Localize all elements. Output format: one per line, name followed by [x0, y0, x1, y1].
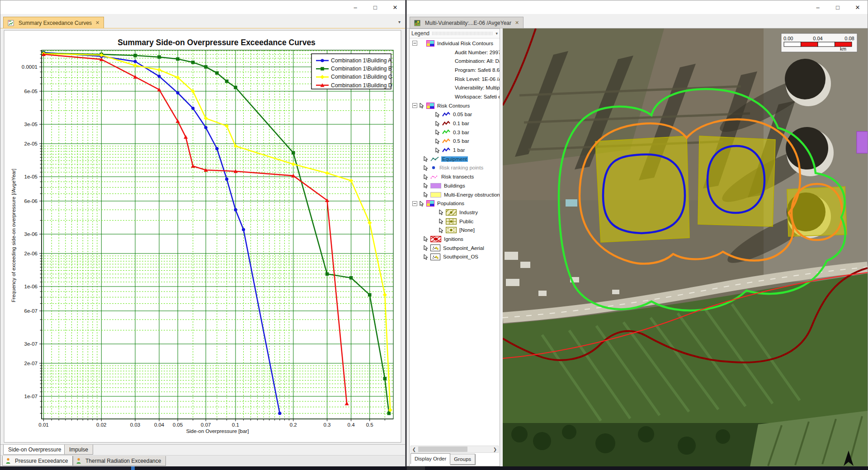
- legend-row-label: Vulnerability: Multiple: [454, 85, 500, 90]
- none-icon: [446, 227, 457, 233]
- scroll-right-icon[interactable]: ❯: [492, 447, 498, 452]
- legend-row-1-bar[interactable]: 1 bar: [410, 146, 500, 155]
- maximize-icon[interactable]: □: [365, 0, 385, 14]
- svg-text:0.00: 0.00: [783, 36, 793, 41]
- svg-text:km: km: [840, 46, 846, 52]
- svg-text:Combination 1\Building B: Combination 1\Building B: [331, 66, 392, 72]
- legend-row-risk-transects[interactable]: Risk transects: [410, 172, 500, 181]
- legend-row-vulnerability-multiple[interactable]: Vulnerability: Multiple: [410, 83, 500, 92]
- legend-row-buildings[interactable]: Buildings: [410, 181, 500, 190]
- expander-minus-icon[interactable]: [412, 201, 417, 206]
- svg-text:2e-05: 2e-05: [24, 141, 38, 146]
- svg-text:0.4: 0.4: [348, 422, 355, 428]
- chart-doc-icon: [8, 20, 14, 26]
- chevron-down-icon[interactable]: ▾: [495, 31, 498, 36]
- chart-page: [4, 30, 401, 442]
- legend-row-multi-energy-obstructions[interactable]: Multi-Energy obstructions: [410, 190, 500, 199]
- legend-header-label: Legend: [411, 30, 429, 37]
- tab-list-dropdown-icon[interactable]: ▾: [398, 19, 401, 24]
- map-doc-icon: [414, 20, 420, 26]
- legend-row-southpoint-os[interactable]: Southpoint_OS: [410, 253, 500, 262]
- cursor-icon: [423, 192, 429, 197]
- tab-groups[interactable]: Groups: [450, 454, 475, 465]
- tab-impulse[interactable]: Impulse: [64, 445, 93, 455]
- legend-row-0-5-bar[interactable]: 0.5 bar: [410, 137, 500, 146]
- equipment-icon: [430, 156, 439, 162]
- legend-row-0-1-bar[interactable]: 0.1 bar: [410, 119, 500, 128]
- chart-bottom-tab-bar: Pressure Exceedance Thermal Radiation Ex…: [0, 455, 405, 466]
- contour-line-icon: [442, 112, 450, 118]
- obstruction-left: [595, 136, 689, 242]
- expander-minus-icon[interactable]: [412, 103, 417, 108]
- tab-thermal-radiation-exceedance[interactable]: Thermal Radiation Exceedance: [73, 456, 166, 466]
- horizontal-scrollbar[interactable]: ❮ ❯: [410, 446, 499, 453]
- legend-row-risk-level-1e-06-avg[interactable]: Risk Level: 1E-06 /Avg: [410, 75, 500, 84]
- dot-icon: [430, 165, 437, 170]
- legend-row-populations[interactable]: Populations: [410, 199, 500, 208]
- svg-text:0.0001: 0.0001: [22, 64, 38, 70]
- tab-pressure-exceedance[interactable]: Pressure Exceedance: [2, 456, 73, 466]
- tab-side-on-overpressure[interactable]: Side-on Overpressure: [3, 445, 66, 455]
- cursor-icon: [435, 112, 440, 118]
- legend-row-equipment[interactable]: Equipment: [410, 155, 500, 164]
- tab-multi-vulnerability[interactable]: Multi-Vulnerability:...E-06 /AvgeYear ✕: [410, 17, 524, 28]
- tab-close-icon[interactable]: ✕: [515, 20, 519, 26]
- swatch-icon: [430, 192, 441, 197]
- chart-window: – □ ✕ Summary Exceedance Curves ✕ ▾ Summ…: [0, 0, 406, 466]
- tab-summary-exceedance-curves[interactable]: Summary Exceedance Curves ✕: [3, 17, 104, 28]
- legend-row-risk-ranking-points[interactable]: Risk ranking points: [410, 164, 500, 173]
- map-scale-bar: 0.00 0.04 0.08 km: [781, 33, 857, 52]
- taskbar-strip[interactable]: [0, 466, 868, 470]
- legend-row-0-05-bar[interactable]: 0.05 bar: [410, 110, 500, 119]
- close-icon[interactable]: ✕: [385, 0, 405, 14]
- map-legend-panel: Legend ▾ Individual Risk ContoursAudit N…: [409, 28, 500, 466]
- legend-row-combination-all-day[interactable]: Combination: All: Day: [410, 56, 500, 66]
- legend-row--none-[interactable]: [None]: [410, 226, 500, 235]
- x-axis-title: Side-on Overpressure [bar]: [186, 428, 249, 434]
- scroll-left-icon[interactable]: ❮: [411, 447, 417, 452]
- scrollbar-thumb[interactable]: [418, 446, 467, 452]
- legend-row-risk-contours[interactable]: Risk Contours: [410, 101, 500, 110]
- legend-row-label: Workspace: Safeti ex: [454, 94, 500, 99]
- minimize-icon[interactable]: –: [345, 0, 365, 14]
- legend-row-label: Ignitions: [443, 236, 464, 242]
- legend-row-public[interactable]: Public: [410, 217, 500, 226]
- legend-row-southpoint-aerial[interactable]: Southpoint_Aerial: [410, 244, 500, 253]
- legend-panel-header[interactable]: Legend ▾: [410, 29, 500, 38]
- file-icon: [430, 254, 440, 260]
- legend-row-label: Audit Number: 2997: [454, 50, 500, 55]
- cursor-icon: [435, 121, 440, 127]
- legend-row-audit-number-2997[interactable]: Audit Number: 2997: [410, 48, 500, 57]
- svg-text:0.04: 0.04: [813, 36, 822, 41]
- minimize-icon[interactable]: –: [808, 0, 828, 14]
- chart-legend: Combination 1\Building ACombination 1\Bu…: [311, 54, 392, 89]
- close-icon[interactable]: ✕: [848, 0, 868, 14]
- svg-text:3e-05: 3e-05: [24, 122, 38, 127]
- svg-text:1e-05: 1e-05: [24, 174, 38, 179]
- cursor-icon: [423, 183, 429, 188]
- chart-title: Summary Side-on Overpressure Exceedance …: [118, 38, 316, 47]
- legend-row-label: Risk Level: 1E-06 /Avg: [454, 76, 500, 82]
- legend-row-individual-risk-contours[interactable]: Individual Risk Contours: [410, 39, 500, 48]
- legend-row-industry[interactable]: Industry: [410, 208, 500, 217]
- industry-icon: [446, 209, 457, 216]
- legend-row-label: 0.1 bar: [452, 121, 470, 126]
- chart-tabstrip: Summary Exceedance Curves ✕ ▾: [0, 14, 405, 28]
- legend-row-0-3-bar[interactable]: 0.3 bar: [410, 128, 500, 137]
- map-view[interactable]: 0.00 0.04 0.08 km: [503, 28, 868, 466]
- ignitions-icon: [430, 236, 441, 242]
- legend-row-workspace-safeti-ex[interactable]: Workspace: Safeti ex: [410, 92, 500, 101]
- tab-display-order[interactable]: Display Order: [410, 453, 450, 464]
- svg-text:0.04: 0.04: [154, 422, 165, 428]
- map-window-titlebar[interactable]: – □ ✕: [407, 0, 868, 14]
- legend-row-ignitions[interactable]: Ignitions: [410, 235, 500, 244]
- svg-text:1e-06: 1e-06: [24, 284, 38, 289]
- maximize-icon[interactable]: □: [828, 0, 848, 14]
- legend-row-label: Combination: All: Day: [454, 58, 500, 64]
- legend-row-program-safeti-8-61[interactable]: Program: Safeti 8.61: [410, 66, 500, 75]
- tab-close-icon[interactable]: ✕: [95, 20, 99, 26]
- expander-minus-icon[interactable]: [412, 41, 417, 46]
- chart-window-titlebar[interactable]: – □ ✕: [0, 0, 405, 14]
- cursor-icon: [423, 156, 429, 162]
- cursor-icon: [423, 174, 429, 180]
